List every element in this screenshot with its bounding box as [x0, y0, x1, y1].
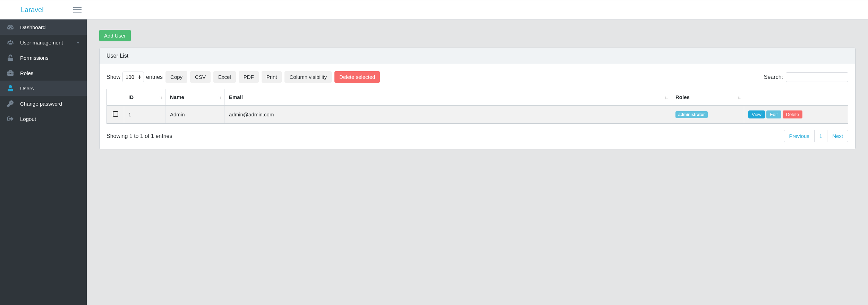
csv-button[interactable]: CSV [190, 71, 211, 83]
table-row: 1 Admin admin@admin.com administrator Vi… [107, 105, 848, 124]
previous-button[interactable]: Previous [784, 130, 814, 142]
unlock-icon [7, 55, 14, 61]
chevron-down-icon [76, 40, 80, 46]
copy-button[interactable]: Copy [165, 71, 187, 83]
user-list-card: User List Show 100 ▲▼ entries [99, 48, 856, 149]
length-suffix: entries [146, 74, 163, 80]
user-icon [7, 85, 14, 91]
th-select[interactable] [107, 89, 124, 106]
search-input[interactable] [786, 72, 848, 82]
sidebar-item-dashboard[interactable]: Dashboard [0, 19, 87, 35]
sidebar-item-label: Logout [20, 116, 36, 122]
sidebar-item-label: Change password [20, 101, 62, 107]
length-select[interactable]: 100 [122, 72, 144, 82]
row-checkbox[interactable] [113, 111, 118, 117]
sidebar-item-permissions[interactable]: Permissions [0, 50, 87, 65]
delete-selected-button[interactable]: Delete selected [334, 71, 380, 83]
column-visibility-button[interactable]: Column visibility [284, 71, 332, 83]
key-icon [7, 100, 14, 107]
content: Add User User List Show 100 ▲▼ [87, 19, 868, 305]
next-button[interactable]: Next [827, 130, 848, 142]
sidebar-item-label: User management [20, 40, 63, 46]
th-roles[interactable]: Roles↑↓ [671, 89, 744, 106]
excel-button[interactable]: Excel [213, 71, 236, 83]
users-table: ID↑↓ Name↑↓ Email↑↓ Roles↑↓ 1 Admin ad [107, 89, 848, 124]
sort-icon: ↑↓ [664, 94, 667, 100]
pagination: Previous 1 Next [784, 130, 848, 142]
sign-out-icon [7, 116, 14, 122]
sidebar-item-label: Roles [20, 70, 33, 76]
search-label: Search: [764, 74, 783, 80]
th-actions [744, 89, 848, 106]
sidebar-item-roles[interactable]: Roles [0, 65, 87, 81]
page-number-button[interactable]: 1 [815, 130, 827, 142]
hamburger-icon[interactable] [73, 6, 82, 14]
sort-icon: ↑↓ [159, 94, 162, 100]
view-button[interactable]: View [748, 110, 765, 118]
edit-button[interactable]: Edit [766, 110, 781, 118]
sidebar-item-logout[interactable]: Logout [0, 111, 87, 126]
th-name[interactable]: Name↑↓ [166, 89, 225, 106]
table-info: Showing 1 to 1 of 1 entries [107, 133, 172, 139]
sidebar: Dashboard User management Permissions Ro… [0, 19, 87, 305]
sidebar-item-label: Permissions [20, 55, 49, 61]
print-button[interactable]: Print [262, 71, 282, 83]
tachometer-icon [7, 24, 14, 30]
briefcase-icon [7, 70, 14, 76]
delete-button[interactable]: Delete [783, 110, 803, 118]
sort-icon: ↑↓ [218, 94, 221, 100]
add-user-button[interactable]: Add User [99, 30, 131, 41]
topbar: Laravel [0, 0, 868, 19]
sidebar-item-label: Users [20, 85, 34, 91]
cell-name: Admin [166, 105, 225, 124]
cell-id: 1 [124, 105, 166, 124]
sidebar-item-change-password[interactable]: Change password [0, 96, 87, 111]
cell-email: admin@admin.com [225, 105, 671, 124]
sidebar-item-label: Dashboard [20, 24, 45, 30]
sidebar-item-user-management[interactable]: User management [0, 35, 87, 50]
length-prefix: Show [107, 74, 120, 80]
th-email[interactable]: Email↑↓ [225, 89, 671, 106]
pdf-button[interactable]: PDF [239, 71, 259, 83]
brand-link[interactable]: Laravel [21, 6, 44, 14]
users-icon [7, 39, 14, 46]
role-badge: administrator [675, 111, 708, 118]
sidebar-item-users[interactable]: Users [0, 81, 87, 96]
card-header: User List [100, 48, 855, 64]
sort-icon: ↑↓ [737, 94, 740, 100]
th-id[interactable]: ID↑↓ [124, 89, 166, 106]
